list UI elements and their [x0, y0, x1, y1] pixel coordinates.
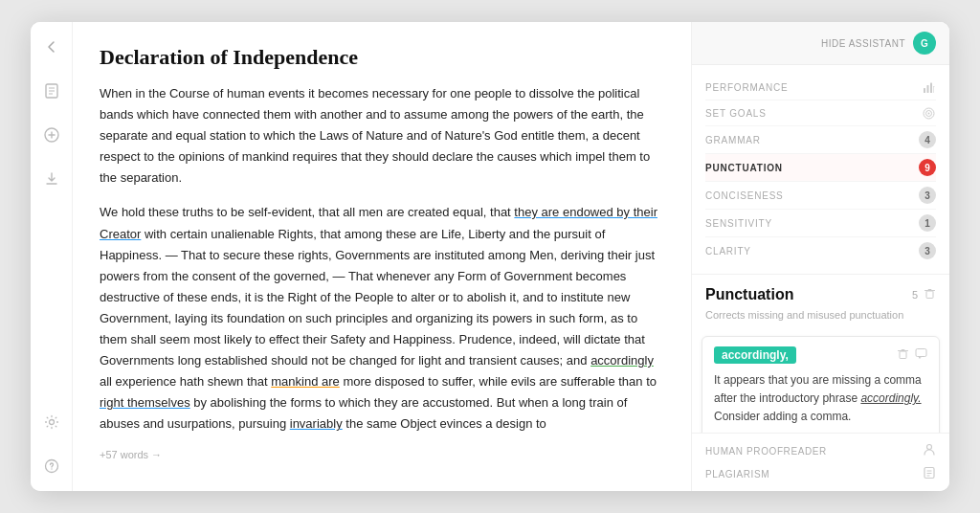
- panel-header: HIDE ASSISTANT G: [692, 22, 949, 65]
- punctuation-badge: 9: [919, 159, 936, 176]
- bottom-plagiarism[interactable]: PLAGIARISM: [705, 466, 936, 481]
- editor-area[interactable]: Declaration of Independence When in the …: [73, 22, 691, 491]
- punctuation-header: Punctuation 5: [692, 275, 949, 307]
- svg-rect-18: [926, 291, 933, 299]
- metric-punctuation[interactable]: PUNCTUATION 9: [705, 154, 936, 182]
- suggestions-area: Punctuation 5 Corrects missing and misus…: [692, 275, 949, 433]
- metric-punctuation-label: PUNCTUATION: [705, 163, 783, 173]
- grammar-badge: 4: [919, 131, 936, 148]
- punctuation-title: Punctuation: [705, 286, 793, 303]
- svg-point-23: [927, 445, 932, 450]
- svg-point-10: [51, 468, 52, 469]
- person-icon: [923, 443, 936, 458]
- chart-icon: [921, 79, 936, 95]
- punctuation-controls: 5: [912, 287, 936, 302]
- metric-conciseness[interactable]: CONCISENESS 3: [705, 182, 936, 210]
- card-body-suffix: Consider adding a comma.: [714, 410, 851, 423]
- back-button[interactable]: [38, 33, 65, 60]
- svg-rect-22: [916, 349, 926, 357]
- svg-rect-20: [900, 351, 906, 359]
- svg-point-17: [927, 112, 929, 114]
- card-body: It appears that you are missing a comma …: [714, 371, 927, 427]
- svg-point-8: [49, 420, 54, 425]
- metric-sensitivity[interactable]: SENSITIVITY 1: [705, 210, 936, 237]
- hide-assistant-label: HIDE ASSISTANT: [821, 38, 905, 49]
- svg-rect-14: [933, 86, 934, 93]
- metric-performance-label: PERFORMANCE: [705, 82, 789, 93]
- left-sidebar: [31, 22, 73, 491]
- right-bottom: HUMAN PROOFREADER PLAGIARISM: [692, 433, 949, 491]
- paragraph-2: We hold these truths to be self-evident,…: [100, 202, 664, 435]
- right-panel: HIDE ASSISTANT G PERFORMANCE SET GOALS G…: [691, 22, 949, 491]
- highlight-invariably: invariably: [290, 416, 343, 431]
- plagiarism-label: PLAGIARISM: [705, 469, 769, 480]
- card-header: accordingly,: [714, 346, 927, 364]
- bottom-human-proofreader[interactable]: HUMAN PROOFREADER: [705, 443, 936, 458]
- svg-rect-12: [926, 85, 928, 93]
- plagiarism-icon: [923, 466, 936, 481]
- metric-grammar[interactable]: GRAMMAR 4: [705, 126, 936, 154]
- sensitivity-badge: 1: [919, 214, 936, 232]
- highlight-accordingly: accordingly: [590, 353, 654, 368]
- svg-rect-11: [924, 88, 925, 93]
- word-count: +57 words →: [100, 449, 664, 460]
- svg-rect-13: [930, 82, 932, 93]
- trash-card-icon[interactable]: [897, 346, 909, 364]
- help-button[interactable]: [38, 453, 65, 480]
- highlight-right: right themselves: [100, 395, 190, 410]
- human-proofreader-label: HUMAN PROOFREADER: [705, 446, 827, 457]
- trash-icon[interactable]: [924, 287, 936, 302]
- add-button[interactable]: [38, 122, 65, 148]
- punctuation-count: 5: [912, 289, 918, 301]
- metric-clarity-label: CLARITY: [705, 246, 751, 256]
- avatar[interactable]: G: [913, 32, 936, 55]
- corrects-text: Corrects missing and misused punctuation: [692, 307, 949, 330]
- metric-performance[interactable]: PERFORMANCE: [705, 75, 936, 100]
- chat-card-icon[interactable]: [915, 346, 927, 364]
- suggestion-card-main: accordingly, It appears that you are mis…: [702, 336, 940, 433]
- settings-button[interactable]: [38, 409, 65, 435]
- document-icon: [38, 78, 65, 104]
- conciseness-badge: 3: [919, 187, 936, 204]
- card-italic-word: accordingly.: [860, 391, 921, 405]
- highlight-they: they are endowed by their Creator: [100, 205, 657, 240]
- goal-icon: [921, 105, 936, 121]
- clarity-badge: 3: [919, 242, 936, 259]
- metric-set-goals[interactable]: SET GOALS: [705, 100, 936, 126]
- tag-accordingly[interactable]: accordingly,: [714, 346, 796, 364]
- document-body[interactable]: When in the Course of human events it be…: [100, 83, 664, 435]
- download-button[interactable]: [38, 166, 65, 192]
- metric-sensitivity-label: SENSITIVITY: [705, 218, 772, 229]
- metric-clarity[interactable]: CLARITY 3: [705, 237, 936, 264]
- card-icons: [897, 346, 927, 364]
- highlight-mankind: mankind are: [271, 374, 340, 389]
- document-title: Declaration of Independence: [100, 45, 664, 70]
- paragraph-1: When in the Course of human events it be…: [100, 83, 664, 189]
- metrics-panel: PERFORMANCE SET GOALS GRAMMAR 4 PUNCTUAT…: [692, 65, 949, 275]
- metric-set-goals-label: SET GOALS: [705, 108, 767, 119]
- metric-conciseness-label: CONCISENESS: [705, 190, 784, 201]
- metric-grammar-label: GRAMMAR: [705, 135, 761, 145]
